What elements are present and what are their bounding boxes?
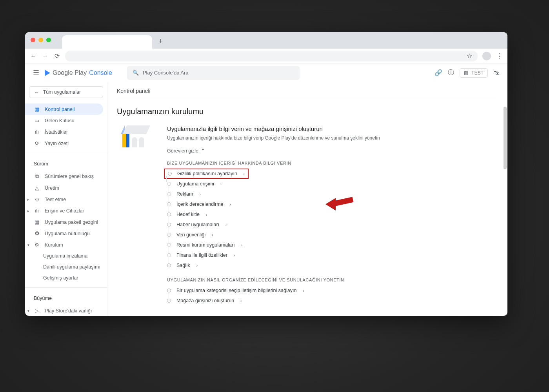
sidebar-item-app-bundle-explorer[interactable]: ▦ Uygulama paketi gezgini	[25, 216, 107, 228]
task-status-circle	[167, 253, 171, 257]
sidebar-item-inbox[interactable]: ▭ Gelen Kutusu	[25, 115, 107, 126]
task-news-apps[interactable]: Haber uygulamaları›	[167, 220, 496, 230]
panel-illustration	[117, 125, 156, 149]
hide-tasks-toggle[interactable]: Görevleri gizle ⌃	[167, 148, 496, 154]
chevron-right-icon: ›	[220, 182, 222, 186]
menu-icon[interactable]: ☰	[33, 69, 39, 77]
scrollbar-thumb[interactable]	[504, 107, 507, 169]
header-actions: 🔗 ⓘ ▤ TEST 🛍	[434, 68, 500, 78]
panel-subheading: Uygulamanızın içeriği hakkında bize bilg…	[167, 135, 496, 141]
chevron-right-icon: ›	[244, 172, 245, 176]
task-label: Bir uygulama kategorisi seçip iletişim b…	[176, 288, 296, 293]
sidebar-item-label: Sürümlere genel bakış	[45, 174, 94, 179]
help-icon[interactable]: ⓘ	[448, 69, 454, 77]
task-data-safety[interactable]: Veri güvenliği›	[167, 230, 496, 240]
sidebar-item-publishing-overview[interactable]: ⟳ Yayın özeti	[25, 138, 107, 149]
sidebar-item-releases-overview[interactable]: ⧉ Sürümlere genel bakış	[25, 171, 107, 182]
address-bar[interactable]: ☆	[65, 51, 478, 62]
app-search[interactable]: 🔍 Play Console'da Ara	[127, 66, 300, 80]
link-icon[interactable]: 🔗	[434, 69, 442, 76]
window-zoom[interactable]	[46, 38, 51, 42]
task-health[interactable]: Sağlık›	[167, 260, 496, 270]
publish-icon: ⟳	[34, 140, 40, 146]
window-controls	[31, 38, 51, 42]
task-app-access[interactable]: Uygulama erişimi›	[167, 179, 496, 189]
sidebar-item-production[interactable]: △ Üretim	[25, 182, 107, 194]
reload-button[interactable]: ⟳	[53, 52, 60, 60]
task-group-title-1: BİZE UYGULAMANIZIN İÇERİĞİ HAKKINDA BİLG…	[167, 161, 496, 165]
scrollbar-vertical[interactable]	[504, 83, 507, 315]
sidebar-subitem-advanced-settings[interactable]: Gelişmiş ayarlar	[25, 272, 107, 283]
task-privacy-policy[interactable]: Gizlilik politikasını ayarlayın ›	[164, 169, 249, 179]
bundle-icon: ▦	[34, 219, 40, 225]
search-placeholder: Play Console'da Ara	[143, 70, 189, 76]
stats-icon: ılı	[34, 129, 40, 135]
task-create-listing[interactable]: Mağaza girişinizi oluşturun›	[167, 296, 496, 306]
caret-down-icon: ▾	[27, 309, 29, 313]
chevron-right-icon: ›	[199, 192, 200, 196]
play-logo-icon	[45, 70, 50, 76]
app-header: ☰ Google Play Console 🔍 Play Console'da …	[25, 64, 507, 82]
task-group-title-2: UYGULAMANIZIN NASIL ORGANİZE EDİLECEĞİNİ…	[167, 278, 496, 282]
bag-icon[interactable]: 🛍	[493, 69, 500, 76]
sidebar-item-reach-devices[interactable]: ▸ ılı Erişim ve Cihazlar	[25, 205, 107, 216]
sidebar-item-label: Üretim	[45, 185, 59, 191]
browser-menu-icon[interactable]: ⋮	[496, 52, 503, 60]
browser-tabstrip: +	[25, 32, 507, 49]
tab-bar: +	[62, 32, 163, 49]
task-government-apps[interactable]: Resmi kurum uygulamaları›	[167, 240, 496, 250]
forward-button[interactable]: →	[42, 53, 49, 60]
browser-window: + ← → ⟳ ☆ ⋮ ☰ Google Play Console 🔍 Play…	[25, 32, 507, 316]
back-all-label: Tüm uygulamalar	[43, 89, 81, 95]
sidebar-item-label: Dahili uygulama paylaşımı	[43, 264, 100, 270]
task-financial-features[interactable]: Finans ile ilgili özellikler›	[167, 250, 496, 260]
task-label: Haber uygulamaları	[176, 222, 219, 227]
task-label: Hedef kitle	[176, 212, 200, 217]
sidebar-item-label: Yayın özeti	[45, 141, 69, 146]
task-label: Sağlık	[176, 263, 190, 268]
task-label: Resmi kurum uygulamaları	[176, 242, 235, 248]
window-close[interactable]	[31, 38, 35, 42]
sidebar-item-statistics[interactable]: ılı İstatistikler	[25, 126, 107, 138]
profile-avatar[interactable]	[482, 52, 491, 60]
back-to-all-apps[interactable]: ← Tüm uygulamalar	[29, 86, 103, 98]
sidebar-release-nav: ⧉ Sürümlere genel bakış △ Üretim ▸ ⊙ Tes…	[25, 169, 107, 285]
back-button[interactable]: ←	[30, 53, 37, 60]
content-area: Kontrol paneli Uygulamanızın kurulumu Uy…	[107, 82, 507, 316]
app-icon: ▤	[464, 70, 468, 76]
sidebar-item-testing[interactable]: ▸ ⊙ Test etme	[25, 194, 107, 205]
task-status-circle	[168, 172, 172, 176]
chevron-right-icon: ›	[225, 223, 227, 227]
task-status-circle	[167, 299, 171, 303]
sidebar-subitem-app-signing[interactable]: Uygulama imzalama	[25, 250, 107, 261]
bookmark-star-icon[interactable]: ☆	[467, 52, 472, 60]
sidebar-item-app-integrity[interactable]: ✪ Uygulama bütünlüğü	[25, 228, 107, 239]
sidebar-item-setup[interactable]: ▾ ⚙ Kurulum	[25, 239, 107, 250]
sidebar-item-label: Uygulama imzalama	[43, 253, 87, 259]
sidebar-item-store-presence[interactable]: ▾ ▷ Play Store'daki varlığı	[25, 305, 107, 316]
task-status-circle	[167, 289, 171, 292]
task-select-category[interactable]: Bir uygulama kategorisi seçip iletişim b…	[167, 285, 496, 296]
arrow-left-icon: ←	[34, 89, 39, 95]
window-minimize[interactable]	[38, 38, 43, 42]
task-status-circle	[167, 223, 171, 227]
task-status-circle	[167, 192, 171, 196]
new-tab-button[interactable]: +	[158, 37, 163, 45]
task-label: Reklam	[176, 191, 193, 197]
task-status-circle	[167, 182, 171, 186]
browser-tab-active[interactable]	[62, 35, 152, 49]
sidebar-item-dashboard[interactable]: ▦ Kontrol paneli	[25, 103, 103, 115]
task-ads[interactable]: Reklam›	[167, 189, 496, 199]
task-target-audience[interactable]: Hedef kitle›	[167, 209, 496, 220]
search-icon: 🔍	[133, 70, 139, 76]
task-content-rating[interactable]: İçerik derecelendirme›	[167, 199, 496, 209]
chevron-right-icon: ›	[234, 253, 235, 258]
sidebar-subitem-internal-sharing[interactable]: Dahili uygulama paylaşımı	[25, 261, 107, 272]
test-app-chip[interactable]: ▤ TEST	[460, 68, 488, 78]
brand-text-b: Console	[89, 69, 112, 76]
panel-main: Uygulamanızla ilgili bilgi verin ve mağa…	[167, 125, 496, 306]
sidebar: ← Tüm uygulamalar ▦ Kontrol paneli ▭ Gel…	[25, 82, 107, 316]
chevron-right-icon: ›	[240, 299, 242, 303]
dashboard-icon: ▦	[34, 106, 40, 112]
play-console-logo[interactable]: Google Play Console	[45, 69, 112, 76]
